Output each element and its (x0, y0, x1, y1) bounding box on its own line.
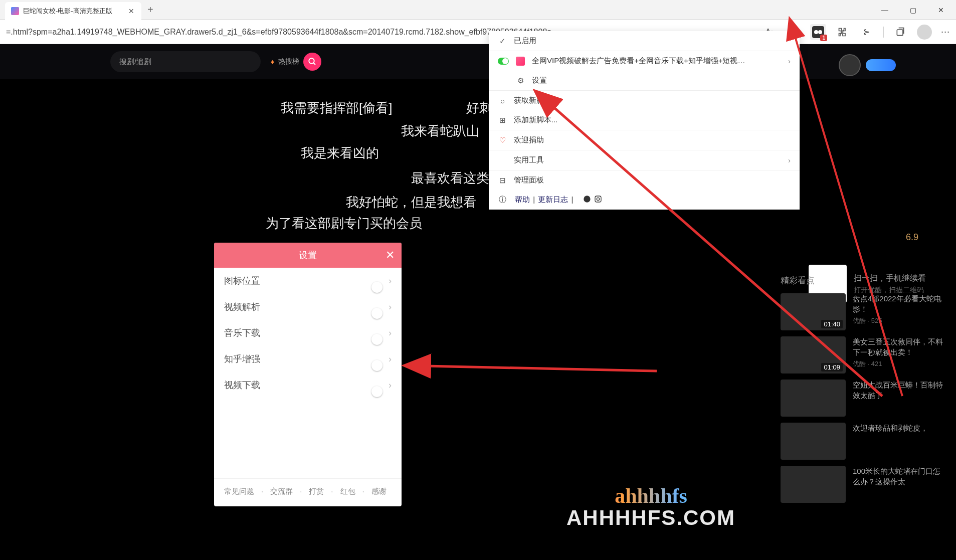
menu-label: 已启用 (514, 36, 536, 46)
menu-settings-row[interactable]: ⚙ 设置 (489, 71, 800, 90)
instagram-icon[interactable] (594, 195, 602, 205)
video-page-area: 搜剧/追剧 ♦ 热搜榜 我需要指挥部[偷看] 好刺 我来看蛇趴山 我是来看凶的 … (0, 44, 956, 560)
menu-get-scripts-row[interactable]: ⌕ 获取新脚本 (489, 91, 800, 110)
settings-header: 设置 ✕ (214, 243, 402, 268)
menu-script-row[interactable]: 全网VIP视频破解去广告免费看+全网音乐下载+知乎增强+短视… › (489, 51, 800, 71)
menu-help-row: ⓘ 帮助 | 更新日志 | (489, 190, 800, 210)
chevron-right-icon: › (788, 57, 791, 65)
menu-utilities-row[interactable]: 实用工具 › (489, 150, 800, 170)
favorites-icon[interactable]: ⊱ (859, 25, 874, 40)
video-card[interactable]: 欢迎者珍品和剥蛇皮， (781, 423, 946, 460)
browser-tab-bar: 巨蛇闯女校-电影-高清完整正版 ✕ + — ▢ ✕ (0, 0, 956, 20)
chevron-right-icon: › (788, 156, 791, 164)
video-card[interactable]: 01:40盘点4部2022年必看大蛇电影！优酷 · 525 (781, 293, 946, 330)
watermark: ahhhhfs AHHHHFS.COM (566, 484, 735, 530)
github-icon[interactable] (583, 195, 591, 205)
danmaku-comment: 我来看蛇趴山 (401, 122, 479, 140)
maximize-button[interactable]: ▢ (906, 6, 920, 14)
vip-badge[interactable] (866, 59, 896, 71)
script-favicon (516, 57, 525, 66)
tab-title: 巨蛇闯女校-电影-高清完整正版 (23, 7, 123, 16)
footer-link[interactable]: 常见问题 (224, 487, 254, 496)
right-rail-title: 精彩看点 (781, 275, 946, 286)
menu-label: 设置 (532, 76, 547, 85)
info-icon: ⓘ (498, 196, 507, 205)
menu-label: 管理面板 (514, 175, 544, 185)
svg-point-7 (597, 198, 600, 200)
search-button[interactable] (303, 53, 321, 71)
new-tab-button[interactable]: + (147, 4, 153, 16)
danmaku-comment: 我需要指挥部[偷看] (281, 99, 392, 117)
svg-rect-3 (897, 30, 903, 36)
close-window-button[interactable]: ✕ (934, 6, 948, 14)
footer-link[interactable]: 交流群 (261, 487, 293, 496)
search-icon: ⌕ (498, 96, 507, 105)
chevron-right-icon: › (389, 354, 392, 364)
profile-avatar[interactable] (917, 25, 932, 40)
svg-point-5 (584, 196, 591, 202)
dashboard-icon: ⊟ (498, 176, 507, 185)
video-card[interactable]: 01:09美女三番五次救同伴，不料下一秒就被出卖！优酷 · 421 (781, 336, 946, 374)
menu-label: 全网VIP视频破解去广告免费看+全网音乐下载+知乎增强+短视… (532, 56, 745, 66)
hot-search-label[interactable]: 热搜榜 (278, 57, 299, 66)
script-toggle[interactable] (498, 58, 509, 65)
extension-dropdown-menu: ✓ 已启用 全网VIP视频破解去广告免费看+全网音乐下载+知乎增强+短视… › … (489, 31, 800, 210)
search-input[interactable]: 搜剧/追剧 (110, 51, 261, 72)
check-icon: ✓ (498, 37, 507, 46)
danmaku-comment: 我是来看凶的 (301, 144, 379, 162)
close-tab-icon[interactable]: ✕ (127, 6, 135, 16)
settings-title: 设置 (299, 249, 317, 261)
menu-label: 实用工具 (514, 155, 544, 165)
danmaku-comment: 我好怕蛇，但是我想看 (346, 194, 476, 211)
setting-item[interactable]: 知乎增强› (214, 346, 402, 372)
setting-item[interactable]: 视频解析› (214, 294, 402, 320)
menu-label: 欢迎捐助 (514, 135, 544, 145)
user-avatar[interactable] (839, 54, 861, 76)
menu-enabled-row[interactable]: ✓ 已启用 (489, 31, 800, 51)
video-card[interactable]: 100米长的大蛇堵在门口怎么办？这操作太 (781, 466, 946, 503)
setting-item[interactable]: 图标位置› (214, 268, 402, 294)
browser-tab[interactable]: 巨蛇闯女校-电影-高清完整正版 ✕ (5, 2, 141, 20)
toolbar-divider (883, 27, 884, 38)
video-rating: 6.9 (906, 232, 918, 243)
script-settings-panel: 设置 ✕ 图标位置› 视频解析› 音乐下载› 知乎增强› 视频下载› 常见问题 … (214, 243, 402, 506)
extension-badge: 1 (820, 35, 827, 41)
window-controls: — ▢ ✕ (878, 6, 951, 14)
help-link[interactable]: 帮助 (515, 195, 530, 204)
footer-link[interactable]: 感谢 (362, 487, 387, 496)
menu-label: 获取新脚本 (514, 96, 551, 105)
right-rail: 精彩看点 01:40盘点4部2022年必看大蛇电影！优酷 · 525 01:09… (781, 275, 946, 509)
site-header-strip: 搜剧/追剧 ♦ 热搜榜 (0, 44, 956, 79)
url-text[interactable]: =.html?spm=a2ha1.14919748_WEBHOME_GRAY.d… (6, 28, 551, 37)
chevron-right-icon: › (389, 302, 392, 312)
menu-label: 添加新脚本... (514, 115, 558, 125)
menu-dashboard-row[interactable]: ⊟ 管理面板 (489, 170, 800, 190)
close-icon[interactable]: ✕ (386, 249, 395, 262)
menu-donate-row[interactable]: ♡ 欢迎捐助 (489, 130, 800, 150)
svg-rect-6 (595, 196, 601, 202)
video-card[interactable]: 空姐大战百米巨蟒！百制特效太酷了 (781, 380, 946, 417)
search-placeholder: 搜剧/追剧 (119, 57, 151, 67)
setting-item[interactable]: 视频下载› (214, 372, 402, 398)
gear-icon: ⚙ (516, 76, 525, 85)
footer-link[interactable]: 打赏 (300, 487, 324, 496)
chevron-right-icon: › (389, 380, 392, 391)
minimize-button[interactable]: — (878, 6, 892, 14)
svg-point-1 (814, 30, 818, 34)
extensions-icon[interactable] (835, 25, 850, 40)
plus-icon: ⊞ (498, 116, 507, 125)
svg-point-4 (309, 58, 314, 64)
danmaku-comment: 最喜欢看这类 (411, 169, 489, 187)
settings-footer: 常见问题 交流群 打赏 红包 感谢 (214, 478, 402, 506)
collections-icon[interactable] (893, 25, 908, 40)
changelog-link[interactable]: 更新日志 (538, 195, 568, 204)
footer-link[interactable]: 红包 (331, 487, 355, 496)
setting-item[interactable]: 音乐下载› (214, 320, 402, 346)
heart-icon: ♡ (498, 136, 507, 145)
address-bar-row: =.html?spm=a2ha1.14919748_WEBHOME_GRAY.d… (0, 20, 956, 44)
more-menu-icon[interactable]: ··· (941, 27, 950, 37)
menu-add-script-row[interactable]: ⊞ 添加新脚本... (489, 110, 800, 130)
chevron-right-icon: › (389, 276, 392, 286)
tab-favicon (11, 7, 19, 15)
tampermonkey-extension-icon[interactable]: 1 (810, 24, 826, 40)
